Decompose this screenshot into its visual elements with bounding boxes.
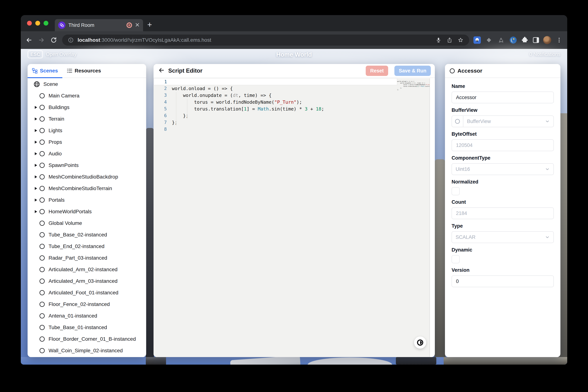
- notifications-status[interactable]: 0 Notifications: [529, 52, 560, 57]
- window-zoom-button[interactable]: [44, 21, 48, 26]
- editor-minimap[interactable]: world.onload = () => { world.onupdate = …: [397, 79, 430, 92]
- minimap-token: world.onload = () => {: [397, 81, 414, 82]
- window-minimize-button[interactable]: [35, 21, 40, 26]
- bookmark-star-icon[interactable]: [456, 37, 465, 43]
- tree-node-audio[interactable]: Audio: [28, 148, 146, 160]
- save-and-run-button[interactable]: Save & Run: [394, 66, 431, 76]
- triangle-icon: [35, 152, 37, 155]
- expand-arrow-icon[interactable]: [34, 176, 40, 178]
- field-componenttype-select[interactable]: Uint16: [452, 163, 554, 175]
- window-close-button[interactable]: [27, 21, 32, 26]
- tree-node-meshcombinestudiobackdrop[interactable]: MeshCombineStudioBackdrop: [28, 171, 146, 182]
- tree-node-label: Tube_End_02-instanced: [48, 244, 104, 249]
- tree-node-lights[interactable]: Lights: [28, 125, 146, 136]
- tab-title: Third Room: [68, 22, 124, 28]
- reload-button[interactable]: [48, 35, 59, 45]
- code-line-4[interactable]: 4 torus = world.findNodeByName("P_Turn")…: [154, 99, 397, 106]
- tree-node-homeworldportals[interactable]: HomeWorldPortals: [28, 206, 146, 217]
- field-version-input[interactable]: [452, 276, 554, 287]
- field-normalized-checkbox[interactable]: [452, 187, 460, 195]
- field-type-select[interactable]: SCALAR: [452, 231, 554, 243]
- back-button[interactable]: [24, 35, 34, 45]
- reset-button[interactable]: Reset: [366, 66, 388, 76]
- scene-tree: Scene Main CameraBuildingsTerrainLightsP…: [28, 78, 146, 357]
- expand-arrow-icon[interactable]: [34, 198, 40, 202]
- line-number: 7: [154, 119, 172, 126]
- profile-avatar[interactable]: [543, 36, 551, 44]
- code-line-5[interactable]: 5 torus.translation[1] = Math.sin(time) …: [154, 106, 397, 112]
- password-manager-extension-icon[interactable]: [473, 36, 481, 44]
- tree-node-wall-coin-simple-02-instanced[interactable]: Wall_Coin_Simple_02-instanced: [28, 345, 146, 356]
- triangle-icon: [35, 141, 37, 144]
- tree-node-terrain[interactable]: Terrain: [28, 113, 146, 125]
- accessor-icon: [450, 68, 455, 73]
- entity-circle-icon: [40, 313, 45, 318]
- tab-resources[interactable]: Resources: [62, 64, 105, 78]
- tree-node-tube-base-01-instanced[interactable]: Tube_Base_01-instanced: [28, 322, 146, 333]
- tree-node-portals[interactable]: Portals: [28, 194, 146, 206]
- entity-circle-icon: [40, 302, 45, 307]
- tree-node-main-camera[interactable]: Main Camera: [28, 90, 146, 102]
- entity-circle-icon: [40, 267, 45, 272]
- expand-arrow-icon[interactable]: [34, 152, 40, 155]
- line-number: 3: [154, 92, 172, 99]
- tree-node-articulated-foot-01-instanced[interactable]: Articulated_Foot_01-instanced: [28, 287, 146, 298]
- code-line-3[interactable]: 3 world.onupdate = (dt, time) => {: [154, 92, 397, 99]
- code-line-2[interactable]: 2world.onload = () => {: [154, 85, 397, 92]
- site-info-icon[interactable]: [66, 37, 75, 43]
- field-byteoffset-input[interactable]: [452, 139, 554, 151]
- tree-node-floor-fence-02-instanced[interactable]: Floor_Fence_02-instanced: [28, 298, 146, 310]
- code-line-7[interactable]: 7};: [154, 119, 397, 126]
- forward-button[interactable]: [36, 35, 46, 45]
- tree-node-tube-base-02-instanced[interactable]: Tube_Base_02-instanced: [28, 229, 146, 240]
- tab-close-button[interactable]: [135, 22, 140, 28]
- editor-theme-toggle-button[interactable]: [414, 336, 426, 348]
- tree-node-tube-end-02-instanced[interactable]: Tube_End_02-instanced: [28, 240, 146, 252]
- tree-node-articulated-arm-02-instanced[interactable]: Articulated_Arm_02-instanced: [28, 264, 146, 275]
- tree-node-label: Scene: [44, 81, 58, 87]
- code-editor[interactable]: 12world.onload = () => {3 world.onupdate…: [154, 78, 430, 357]
- chevron-down-icon: [545, 119, 550, 124]
- field-dynamic-checkbox[interactable]: [452, 255, 460, 263]
- tree-node-radar-part-03-instanced[interactable]: Radar_Part_03-instanced: [28, 252, 146, 264]
- tab-scenes[interactable]: Scenes: [28, 64, 62, 78]
- minimap-token: Math: [421, 86, 424, 87]
- tree-node-scene-root[interactable]: Scene: [28, 78, 146, 90]
- expand-arrow-icon[interactable]: [34, 187, 40, 190]
- entity-circle-icon: [40, 256, 45, 260]
- tree-node-props[interactable]: Props: [28, 136, 146, 148]
- code-line-6[interactable]: 6 };: [154, 112, 397, 119]
- tree-node-global-volume[interactable]: Global Volume: [28, 217, 146, 229]
- field-name-input[interactable]: [452, 92, 554, 103]
- expand-arrow-icon[interactable]: [34, 141, 40, 144]
- field-count-input[interactable]: [452, 208, 554, 219]
- expand-arrow-icon[interactable]: [34, 118, 40, 120]
- new-tab-button[interactable]: +: [147, 20, 152, 29]
- code-token: "P_Turn": [274, 100, 296, 105]
- browser-tab[interactable]: Third Room: [55, 19, 143, 31]
- code-line-1[interactable]: 1: [154, 78, 397, 85]
- entity-circle-icon: [40, 105, 45, 110]
- field-label-byteoffset: ByteOffset: [452, 131, 554, 137]
- expand-arrow-icon[interactable]: [34, 129, 40, 132]
- minimap-line: world.onupdate = (dt, time) => {: [397, 82, 430, 84]
- tree-node-buildings[interactable]: Buildings: [28, 102, 146, 113]
- microphone-icon[interactable]: [434, 37, 443, 43]
- tree-node-meshcombinestudioterrain[interactable]: MeshCombineStudioTerrain: [28, 182, 146, 194]
- tree-node-floor-border-corner-01-b-instanced[interactable]: Floor_Border_Corner_01_B-instanced: [28, 333, 146, 345]
- hierarchy-panel: Scenes Resources Scene: [28, 64, 146, 357]
- expand-arrow-icon[interactable]: [34, 164, 40, 167]
- code-text: };: [172, 112, 397, 119]
- expand-arrow-icon[interactable]: [34, 106, 40, 109]
- indent-guide: [187, 99, 187, 119]
- expand-arrow-icon[interactable]: [34, 210, 40, 213]
- tree-node-antena-01-instanced[interactable]: Antena_01-instanced: [28, 310, 146, 322]
- field-bufferview-select[interactable]: BufferView: [452, 116, 554, 127]
- back-arrow-button[interactable]: [158, 67, 164, 74]
- browser-menu-kebab-icon[interactable]: [555, 36, 563, 44]
- tree-node-spawnpoints[interactable]: SpawnPoints: [28, 160, 146, 171]
- chevron-down-icon: [545, 167, 550, 172]
- code-line-8[interactable]: 8: [154, 126, 397, 133]
- tree-node-articulated-arm-03-instanced[interactable]: Articulated_Arm_03-instanced: [28, 275, 146, 287]
- share-icon[interactable]: [445, 37, 454, 43]
